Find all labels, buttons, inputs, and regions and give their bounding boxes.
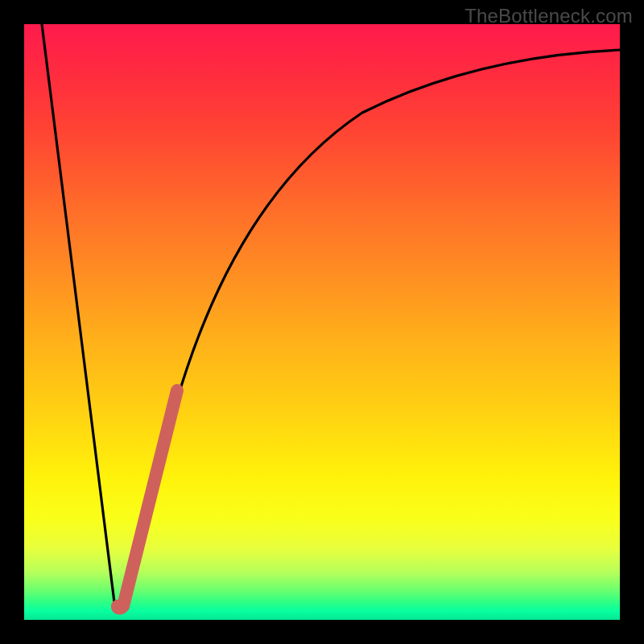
bottleneck-curve: [42, 24, 620, 607]
watermark-text: TheBottleneck.com: [464, 5, 633, 27]
plot-area: [24, 24, 620, 620]
highlight-bottom-dot: [111, 600, 126, 614]
chart-frame: TheBottleneck.com: [0, 0, 644, 644]
highlight-segment: [118, 390, 177, 609]
chart-svg: [24, 24, 620, 620]
